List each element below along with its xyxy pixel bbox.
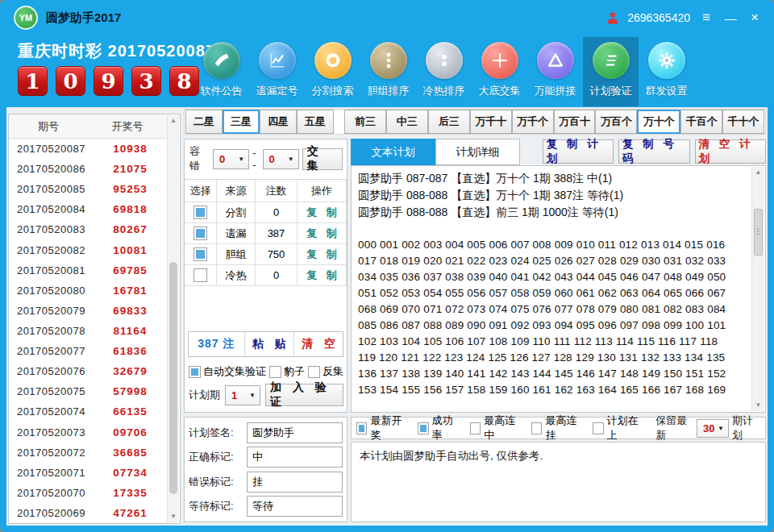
add-verify-button[interactable]: 加 入 验 证 (265, 384, 343, 406)
plan-scrollbar[interactable]: ▲ ▼ (751, 167, 764, 411)
star-tab[interactable]: 二星 (185, 110, 223, 134)
option-checkbox[interactable] (470, 422, 481, 434)
history-row[interactable]: 2017052007017335 (9, 483, 167, 503)
intersect-button[interactable]: 交 集 (302, 148, 343, 170)
option-checkbox[interactable] (418, 422, 428, 434)
copy-link[interactable]: 复 制 (303, 227, 340, 241)
intersect-option[interactable]: 自动交集验证 (189, 364, 266, 379)
thumb-grip (757, 229, 759, 235)
history-scrollbar[interactable]: ▲ ▼ (167, 115, 179, 522)
tab-text-plan[interactable]: 文本计划 (351, 139, 435, 165)
toolbar-item-universal-splice[interactable]: 万能拼接 (527, 37, 583, 106)
toolbar-item-dan-group-sort[interactable]: 胆组排序 (360, 37, 416, 106)
error-mark-field[interactable]: 挂 (247, 472, 343, 493)
option-checkbox[interactable] (269, 366, 281, 378)
scroll-down-icon[interactable]: ▼ (752, 400, 764, 411)
tab-plan-detail[interactable]: 计划详细 (435, 139, 520, 165)
source-checkbox[interactable] (194, 268, 207, 282)
plan-option-checkboxes: 最新开奖成功率最高连中最高连挂计划在上 (356, 414, 654, 443)
plan-option[interactable]: 最高连挂 (531, 414, 582, 443)
position-tab[interactable]: 千十个 (722, 110, 764, 134)
plan-option[interactable]: 成功率 (418, 414, 460, 443)
clear-button[interactable]: 清 空 (294, 332, 343, 356)
history-row[interactable]: 2017052007309706 (9, 422, 167, 443)
waiting-mark-field[interactable]: 等待 (247, 496, 343, 517)
history-row[interactable]: 2017052007881164 (9, 321, 167, 341)
copy-link[interactable]: 复 制 (303, 247, 340, 262)
option-checkbox[interactable] (189, 366, 201, 378)
source-action-cell: 复 制 (298, 202, 347, 222)
option-checkbox[interactable] (356, 422, 367, 434)
position-tab[interactable]: 万百个 (595, 110, 637, 134)
copy-numbers-button[interactable]: 复 制 号 码 (618, 139, 689, 164)
history-row[interactable]: 2017052008469818 (9, 199, 167, 219)
toolbar-item-group-send-settings[interactable]: 群发设置 (639, 37, 694, 106)
history-row[interactable]: 2017052007107734 (9, 463, 167, 483)
position-tab[interactable]: 前三 (344, 110, 386, 134)
toolbar-item-software-announcement[interactable]: 软件公告 (194, 37, 249, 106)
tolerance-from-select[interactable]: 0 ▼ (213, 149, 249, 169)
history-row[interactable]: 2017052007632679 (9, 361, 167, 381)
history-row[interactable]: 2017052007557998 (9, 381, 167, 401)
history-row[interactable]: 2017052008169785 (9, 260, 167, 281)
history-row[interactable]: 2017052008621075 (9, 159, 167, 179)
copy-link[interactable]: 复 制 (303, 268, 340, 283)
source-checkbox[interactable] (194, 227, 207, 240)
position-tab[interactable]: 万十个 (637, 110, 680, 134)
intersect-option[interactable]: 反集 (308, 364, 343, 379)
history-col-number: 开奖号 (88, 114, 167, 138)
position-tab[interactable]: 后三 (428, 110, 470, 134)
menu-icon[interactable]: ≡ (698, 10, 714, 26)
position-tab[interactable]: 万千十 (470, 110, 512, 134)
source-checkbox[interactable] (194, 206, 207, 219)
toolbar-item-split-search[interactable]: 分割搜索 (305, 37, 360, 106)
position-tab[interactable]: 千百个 (680, 110, 722, 134)
star-tab[interactable]: 五星 (297, 110, 334, 134)
plan-option[interactable]: 计划在上 (593, 414, 643, 443)
plan-signature-field[interactable]: 圆梦助手 (247, 422, 343, 443)
scroll-up-icon[interactable]: ▲ (752, 167, 764, 178)
star-tab[interactable]: 三星 (223, 110, 260, 134)
scrollbar-thumb[interactable] (754, 209, 763, 256)
clear-plan-button[interactable]: 清 空 计 划 (695, 139, 766, 164)
history-row[interactable]: 2017052006947261 (9, 503, 167, 523)
correct-mark-field[interactable]: 中 (247, 447, 343, 468)
source-checkbox[interactable] (194, 247, 207, 261)
intersect-option[interactable]: 豹子 (269, 364, 305, 379)
toolbar-item-plan-verify[interactable]: 计划验证 (583, 37, 639, 106)
history-row[interactable]: 2017052007761836 (9, 341, 167, 361)
toolbar-item-cold-hot-sort[interactable]: 冷热排序 (416, 37, 472, 106)
toolbar-item-big-base-intersect[interactable]: 大底交集 (472, 37, 527, 106)
history-row[interactable]: 2017052008210081 (9, 240, 167, 260)
scroll-down-icon[interactable]: ▼ (168, 511, 179, 522)
option-checkbox[interactable] (308, 366, 320, 378)
scroll-up-icon[interactable]: ▲ (168, 115, 179, 127)
plan-period-select[interactable]: 1 ▼ (225, 385, 260, 405)
copy-link[interactable]: 复 制 (303, 206, 340, 220)
option-checkbox[interactable] (593, 422, 603, 434)
scrollbar-thumb[interactable] (169, 262, 177, 494)
plan-option[interactable]: 最新开奖 (356, 414, 407, 443)
toolbar-item-omission-fix-number[interactable]: 遗漏定号 (249, 37, 305, 106)
position-tab[interactable]: 万百十 (554, 110, 596, 134)
option-checkbox[interactable] (531, 422, 542, 434)
history-row[interactable]: 2017052008380267 (9, 219, 167, 239)
star-tab[interactable]: 四星 (260, 110, 297, 134)
paste-button[interactable]: 粘 贴 (245, 332, 294, 356)
history-row[interactable]: 2017052007969833 (9, 301, 167, 321)
plan-header: 文本计划 计划详细 复 制 计 划 复 制 号 码 清 空 计 划 (351, 139, 766, 165)
plan-text-area[interactable]: 圆梦助手 087-087 【直选】万十个 1期 388注 中(1)圆梦助手 08… (351, 165, 766, 413)
minimize-icon[interactable]: — (722, 11, 739, 25)
tolerance-to-select[interactable]: 0 ▼ (263, 149, 299, 169)
history-row[interactable]: 2017052007466135 (9, 401, 167, 422)
history-row[interactable]: 2017052008595253 (9, 179, 167, 199)
history-row[interactable]: 2017052008710938 (9, 139, 167, 159)
history-row[interactable]: 2017052007236685 (9, 443, 167, 463)
plan-option[interactable]: 最高连中 (470, 414, 521, 443)
position-tab[interactable]: 中三 (386, 110, 428, 134)
position-tab[interactable]: 万千个 (512, 110, 554, 134)
keep-latest-select[interactable]: 30 ▼ (697, 419, 729, 438)
history-row[interactable]: 2017052008016781 (9, 281, 167, 301)
copy-plan-button[interactable]: 复 制 计 划 (543, 139, 614, 164)
close-icon[interactable]: × (747, 10, 763, 26)
